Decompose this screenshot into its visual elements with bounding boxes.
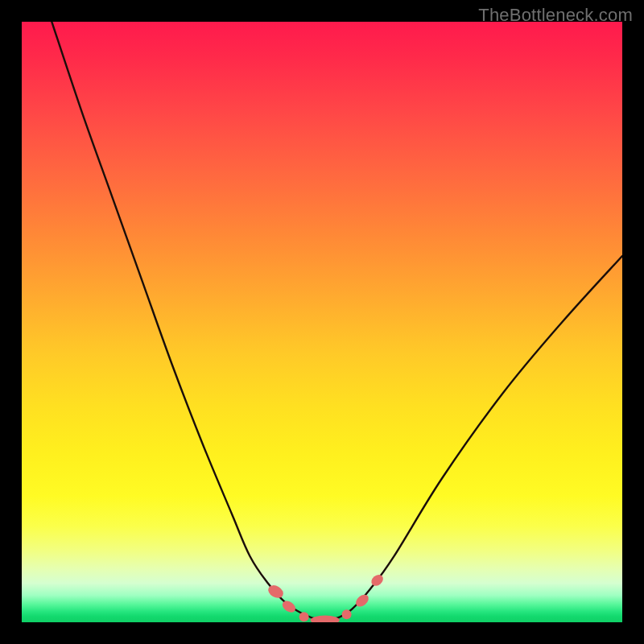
curve-markers xyxy=(266,572,385,622)
curve-marker xyxy=(311,615,340,622)
bottleneck-chart-svg xyxy=(22,22,622,622)
chart-frame: TheBottleneck.com xyxy=(0,0,644,644)
curve-marker xyxy=(369,572,386,588)
bottleneck-curve xyxy=(52,22,622,621)
watermark-text: TheBottleneck.com xyxy=(478,5,633,26)
curve-marker xyxy=(299,612,309,621)
curve-marker xyxy=(342,609,352,619)
curve-marker xyxy=(353,592,371,609)
plot-area xyxy=(22,22,622,622)
